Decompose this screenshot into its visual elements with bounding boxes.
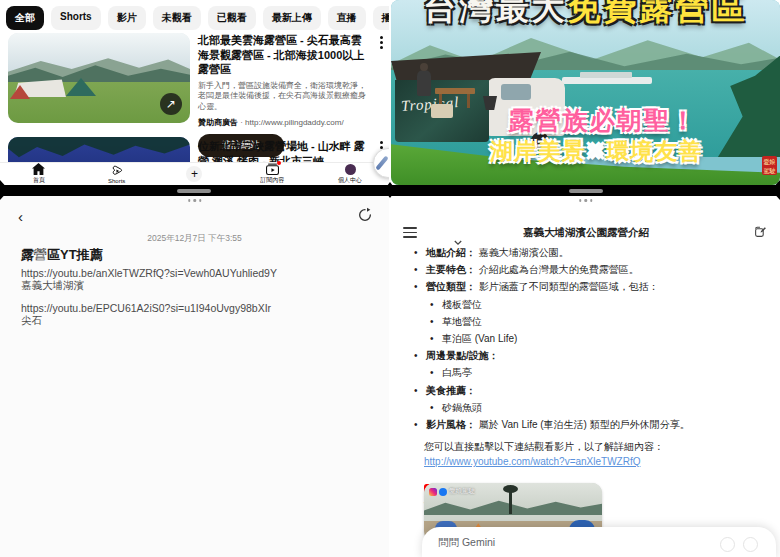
camp-table-shape xyxy=(435,88,475,94)
plus-icon: + xyxy=(186,166,202,182)
filter-chip[interactable]: 最新上傳 xyxy=(263,6,321,30)
result-description: 新手入門，營區設施裝備齊全，衛浴環境乾淨，老闆是最佳裝備後援，在尖石高海拔景觀療… xyxy=(198,81,370,113)
redo-icon[interactable] xyxy=(357,207,373,223)
van-window-shape xyxy=(501,84,531,100)
conversation-title[interactable]: 嘉義大埔湖濱公園露營介紹 xyxy=(451,226,721,246)
nav-subscriptions[interactable]: 訂閱內容 xyxy=(242,163,302,185)
gemini-window: 嘉義大埔湖濱公園露營介紹 地點介紹： 嘉義大埔湖濱公園。主要特色： 介紹此處為台… xyxy=(391,196,780,557)
split-screen-divider[interactable] xyxy=(0,185,780,196)
gemini-response: 地點介紹： 嘉義大埔湖濱公園。主要特色： 介紹此處為台灣最大的免費露營區。營位類… xyxy=(424,246,754,511)
filter-chip[interactable]: 影片 xyxy=(108,6,146,30)
menu-icon[interactable] xyxy=(403,227,417,241)
shorts-icon xyxy=(111,164,123,177)
bottom-navigation: 首頁 Shorts + 訂閱內容 個人中心 xyxy=(0,162,389,185)
filter-chip[interactable]: 播放清單 xyxy=(373,6,389,30)
filter-chip-bar[interactable]: 全部Shorts影片未觀看已觀看最新上傳直播播放清單4 分鐘內4 到 20 分鐘… xyxy=(6,6,389,30)
more-options-icon[interactable] xyxy=(380,36,383,51)
filter-chip[interactable]: 未觀看 xyxy=(153,6,201,30)
nav-profile[interactable]: 個人中心 xyxy=(320,164,380,185)
list-item: 白馬亭 xyxy=(440,366,754,379)
external-link-icon[interactable]: ↗ xyxy=(160,93,182,115)
gemini-input-bar[interactable] xyxy=(422,527,776,557)
palm-tree-shape xyxy=(509,490,512,514)
channel-watermark: 愛娘駕駛 xyxy=(762,156,777,175)
sponsor-line: 贊助商廣告 · http://www.pilingdaddy.com/ xyxy=(198,117,370,128)
list-item: 影片風格： 屬於 Van Life (車泊生活) 類型的戶外休閒分享。 xyxy=(424,418,754,431)
response-outro: 您可以直接點擊以下連結觀看影片，以了解詳細內容： xyxy=(424,440,754,454)
note-link[interactable]: https://youtu.be/anXleTWZRfQ?si=Vewh0AUY… xyxy=(21,267,361,279)
filter-chip[interactable]: 已觀看 xyxy=(208,6,256,30)
list-item: 美食推薦： xyxy=(424,384,754,397)
window-handle-icon[interactable] xyxy=(579,199,593,202)
pen-icon xyxy=(375,156,388,171)
list-item: 棧板營位 xyxy=(440,298,754,311)
trees-shape xyxy=(8,137,190,162)
video-thumbnail-ad[interactable]: ↗ xyxy=(8,33,190,123)
avatar xyxy=(345,164,356,175)
note-caption: 尖石 xyxy=(21,314,361,326)
resize-arrow-center xyxy=(384,182,396,198)
window-handle-icon[interactable] xyxy=(188,199,202,202)
nav-home[interactable]: 首頁 xyxy=(9,163,69,185)
nav-create[interactable]: + xyxy=(164,166,224,182)
filter-chip[interactable]: 全部 xyxy=(6,6,44,30)
response-list: 地點介紹： 嘉義大埔湖濱公園。主要特色： 介紹此處為台灣最大的免費露營區。營位類… xyxy=(424,246,754,431)
action-button[interactable] xyxy=(720,537,735,552)
instagram-icon xyxy=(429,488,437,496)
home-icon xyxy=(32,163,45,175)
youtube-search-window: 全部Shorts影片未觀看已觀看最新上傳直播播放清單4 分鐘內4 到 20 分鐘… xyxy=(0,0,389,185)
list-item: 主要特色： 介紹此處為台灣最大的免費露營區。 xyxy=(424,263,754,276)
notification-dot xyxy=(277,161,281,165)
thumbnail-overlay: 愛娘駕駛 xyxy=(429,487,475,496)
facebook-icon xyxy=(439,488,447,496)
notes-window: ‹ 2025年12月7日 下午3:55 露營區YT推薦 https://yout… xyxy=(0,196,389,557)
sponsor-label: 贊助商廣告 xyxy=(198,118,238,127)
thumbnail-subtitle-2: 湖岸美景✕環境友善 xyxy=(431,136,761,167)
new-chat-icon[interactable] xyxy=(754,225,767,238)
result-title[interactable]: 北部最美雲海露營區 - 尖石最高雲海景觀露營區 - 北部海拔1000以上露營區 xyxy=(198,33,370,77)
sponsor-url: · http://www.pilingdaddy.com/ xyxy=(238,118,344,127)
thumbnail-headline: 台灣最大免費露營區 xyxy=(391,0,780,31)
video-link[interactable]: http://www.youtube.com/watch?v=anXleTWZR… xyxy=(424,456,640,467)
back-icon[interactable]: ‹ xyxy=(18,208,23,225)
drag-handle[interactable] xyxy=(569,189,603,193)
list-item: 營位類型： 影片涵蓋了不同類型的露營區域，包括： xyxy=(424,280,754,293)
note-body[interactable]: https://youtu.be/anXleTWZRfQ?si=Vewh0AUY… xyxy=(21,267,361,337)
person-silhouette xyxy=(417,70,431,96)
split-screen: 全部Shorts影片未觀看已觀看最新上傳直播播放清單4 分鐘內4 到 20 分鐘… xyxy=(0,0,780,557)
thumbnail-subtitle-1: 露營族必朝聖！ xyxy=(453,104,753,137)
drag-handle[interactable] xyxy=(177,189,211,193)
filter-chip[interactable]: Shorts xyxy=(51,6,101,30)
action-button[interactable] xyxy=(743,537,758,552)
list-item: 車泊區 (Van Life) xyxy=(440,332,754,345)
filter-chip[interactable]: 直播 xyxy=(328,6,366,30)
youtube-video-player[interactable]: Tropical 台灣最大免費露營區 露營族必朝聖！ 湖岸美景✕環境友善 愛娘駕… xyxy=(391,0,780,185)
crate-shape xyxy=(431,104,453,118)
boat-shape xyxy=(562,68,652,84)
resize-arrow-left xyxy=(0,180,9,200)
gemini-prompt-input[interactable] xyxy=(438,536,638,548)
list-item: 周邊景點/設施： xyxy=(424,349,754,362)
note-timestamp: 2025年12月7日 下午3:55 xyxy=(0,233,389,245)
resize-arrow-right xyxy=(771,180,780,200)
subscriptions-icon xyxy=(266,163,279,175)
list-item: 砂鍋魚頭 xyxy=(440,401,754,414)
note-title[interactable]: 露營區YT推薦 xyxy=(21,246,103,264)
input-actions xyxy=(720,537,758,552)
note-link[interactable]: https://youtu.be/EPCU61A2iS0?si=u1I94oUv… xyxy=(21,302,361,314)
list-item: 草地營位 xyxy=(440,315,754,328)
note-caption: 嘉義大埔湖濱 xyxy=(21,279,361,291)
nav-shorts[interactable]: Shorts xyxy=(87,164,147,184)
list-item: 地點介紹： 嘉義大埔湖濱公園。 xyxy=(424,246,754,259)
